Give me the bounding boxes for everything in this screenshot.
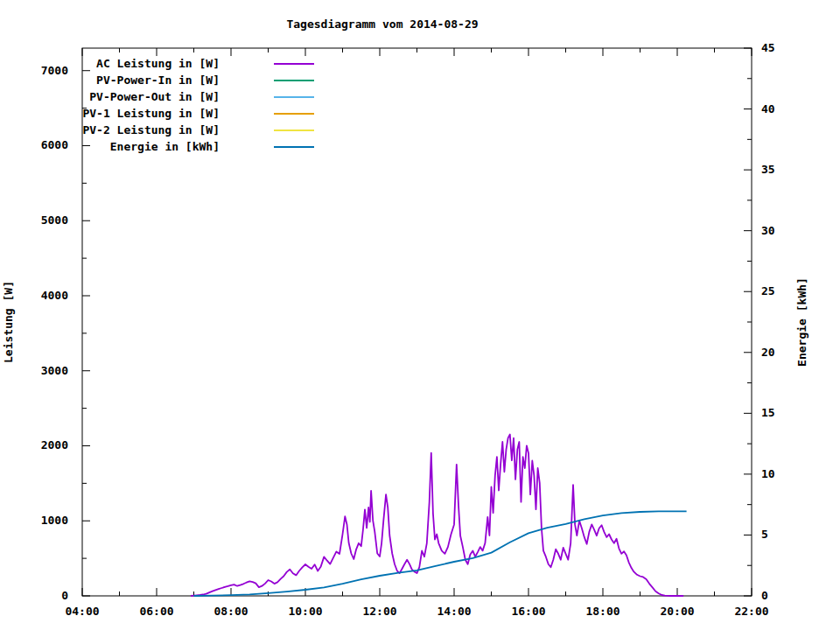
x-tick-label: 04:00: [65, 605, 99, 618]
x-tick-label: 10:00: [288, 605, 322, 618]
legend: AC Leistung in [W]PV-Power-In in [W]PV-P…: [82, 57, 314, 153]
x-tick-label: 16:00: [511, 605, 545, 618]
legend-label-pv-power-in: PV-Power-In in [W]: [96, 74, 220, 87]
y-tick-label: 1000: [41, 514, 68, 527]
y2-tick-label: 10: [761, 467, 775, 480]
y2-tick-label: 40: [761, 102, 775, 116]
y2-tick-label: 35: [761, 163, 775, 176]
series-energie: [194, 511, 687, 596]
legend-label-pv1-leistung: PV-1 Leistung in [W]: [82, 107, 220, 120]
x-tick-label: 18:00: [585, 605, 620, 618]
y2-axis-title: Energie [kWh]: [795, 277, 808, 367]
chart-figure: Tagesdiagramm vom 2014-08-29 Leistung [W…: [0, 0, 840, 630]
chart-canvas: Tagesdiagramm vom 2014-08-29 Leistung [W…: [0, 0, 840, 630]
y2-tick-label: 15: [761, 406, 775, 419]
y-tick-label: 5000: [41, 214, 68, 227]
x-tick-label: 14:00: [437, 605, 471, 618]
x-tick-label: 20:00: [660, 605, 694, 618]
x-tick-label: 06:00: [139, 605, 173, 618]
legend-label-pv-power-out: PV-Power-Out in [W]: [89, 90, 220, 103]
legend-label-ac-leistung: AC Leistung in [W]: [96, 57, 220, 70]
y2-tick-label: 0: [761, 589, 768, 602]
y-tick-label: 2000: [41, 438, 68, 452]
y-tick-label: 4000: [41, 289, 68, 302]
legend-label-energie: Energie in [kWh]: [110, 140, 220, 153]
y-axis-title: Leistung [W]: [2, 281, 15, 363]
chart-title: Tagesdiagramm vom 2014-08-29: [286, 18, 478, 31]
y2-tick-label: 45: [761, 41, 775, 54]
y2-tick-label: 20: [761, 346, 775, 359]
y-tick-label: 6000: [41, 138, 68, 151]
y2-tick-label: 5: [761, 528, 768, 541]
y2-tick-label: 30: [761, 224, 775, 237]
y-tick-label: 7000: [41, 64, 68, 77]
x-tick-label: 08:00: [214, 605, 248, 618]
x-tick-label: 22:00: [734, 605, 768, 618]
y-tick-label: 0: [61, 589, 68, 602]
x-tick-label: 12:00: [362, 605, 396, 618]
y2-tick-label: 25: [761, 284, 775, 298]
legend-label-pv2-leistung: PV-2 Leistung in [W]: [82, 123, 220, 136]
y-tick-label: 3000: [41, 364, 68, 377]
